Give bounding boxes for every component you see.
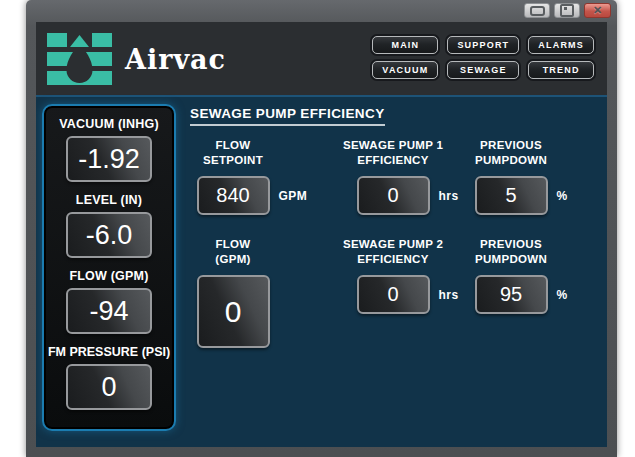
vacuum-label: VACUUM (INHG) [44, 117, 174, 131]
field-label: SEWAGE PUMP 2EFFICIENCY [313, 238, 473, 266]
previous-pumpdown-1-field: PREVIOUSPUMPDOWN 5 % [451, 139, 571, 215]
titlebar[interactable]: ✕ [26, 0, 617, 22]
flow-gpm-value: 0 [197, 275, 270, 348]
flow-setpoint-value[interactable]: 840 [197, 176, 270, 215]
minimize-icon [530, 6, 545, 16]
sidebar-readings-panel: VACUUM (INHG) -1.92 LEVEL (IN) -6.0 FLOW… [42, 104, 176, 431]
nav-button-support[interactable]: SUPPORT [447, 36, 519, 54]
nav-button-main[interactable]: MAIN [372, 36, 438, 54]
unit-label: % [557, 288, 568, 302]
app-content: Airvac MAIN SUPPORT ALARMS VACUUM SEWAGE… [36, 22, 607, 447]
field-label: PREVIOUSPUMPDOWN [451, 139, 571, 167]
field-label: FLOW(GPM) [173, 238, 293, 266]
flow-setpoint-field: FLOWSETPOINT 840 GPM [173, 139, 293, 215]
field-label: SEWAGE PUMP 1EFFICIENCY [313, 139, 473, 167]
pump1-efficiency-value: 0 [357, 176, 430, 215]
vacuum-value: -1.92 [66, 136, 152, 182]
airvac-drop-logo-icon [47, 33, 112, 85]
brand-name: Airvac [125, 44, 226, 75]
level-label: LEVEL (IN) [44, 193, 174, 207]
app-header: Airvac MAIN SUPPORT ALARMS VACUUM SEWAGE… [36, 22, 607, 95]
page-title: SEWAGE PUMP EFFICIENCY [190, 106, 385, 126]
nav-button-trend[interactable]: TREND [528, 61, 594, 79]
nav-button-alarms[interactable]: ALARMS [528, 36, 594, 54]
flow-gpm-field: FLOW(GPM) 0 [173, 238, 293, 348]
previous-pumpdown-1-value: 5 [475, 176, 548, 215]
pump2-efficiency-value: 0 [357, 275, 430, 314]
window-controls: ✕ [524, 3, 611, 18]
flow-label: FLOW (GPM) [44, 269, 174, 283]
fm-pressure-label: FM PRESSURE (PSI) [44, 345, 174, 359]
field-label: FLOWSETPOINT [173, 139, 293, 167]
nav-button-vacuum[interactable]: VACUUM [372, 61, 438, 79]
app-window: ✕ Airvac MAIN [26, 0, 617, 457]
pump1-efficiency-field: SEWAGE PUMP 1EFFICIENCY 0 hrs [313, 139, 473, 215]
maximize-button[interactable] [554, 3, 580, 18]
fm-pressure-value: 0 [66, 364, 152, 410]
unit-label: GPM [279, 189, 308, 203]
brand: Airvac [47, 33, 226, 85]
close-icon: ✕ [593, 5, 602, 16]
nav-button-sewage[interactable]: SEWAGE [447, 61, 519, 79]
page-body: VACUUM (INHG) -1.92 LEVEL (IN) -6.0 FLOW… [36, 95, 607, 447]
unit-label: % [557, 189, 568, 203]
previous-pumpdown-2-value: 95 [475, 275, 548, 314]
desktop: ✕ Airvac MAIN [0, 0, 635, 457]
field-label: PREVIOUSPUMPDOWN [451, 238, 571, 266]
close-button[interactable]: ✕ [584, 3, 611, 18]
level-value: -6.0 [66, 212, 152, 258]
flow-value: -94 [66, 288, 152, 334]
pump2-efficiency-field: SEWAGE PUMP 2EFFICIENCY 0 hrs [313, 238, 473, 314]
maximize-icon [560, 4, 574, 17]
nav-menu: MAIN SUPPORT ALARMS VACUUM SEWAGE TREND [372, 36, 594, 79]
minimize-button[interactable] [524, 3, 550, 18]
previous-pumpdown-2-field: PREVIOUSPUMPDOWN 95 % [451, 238, 571, 314]
